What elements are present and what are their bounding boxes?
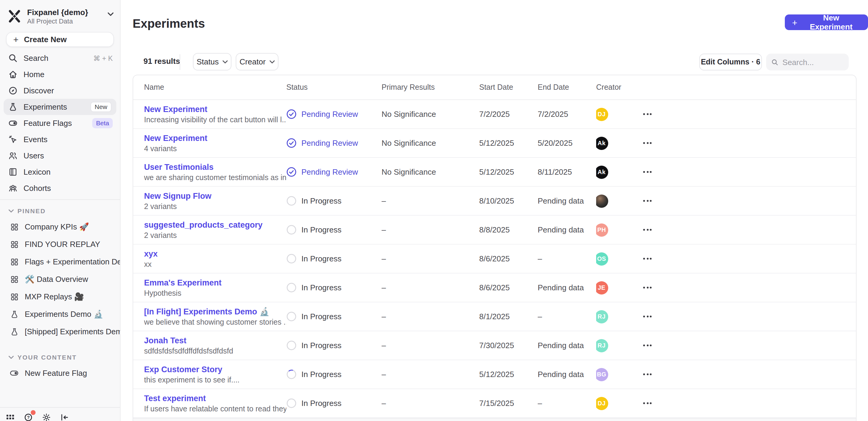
pinned-item-mxp-replays[interactable]: MXP Replays 🎥 [0, 288, 120, 305]
gear-icon[interactable] [41, 412, 51, 421]
sidebar-item-feature-flags[interactable]: Feature Flags Beta [0, 115, 120, 131]
column-header-status[interactable]: Status [286, 83, 381, 92]
sidebar-item-search[interactable]: Search ⌘ + K [0, 50, 120, 66]
end-date: 8/11/2025 [538, 167, 596, 176]
pinned-item-company-kpis[interactable]: Company KPIs 🚀 [0, 218, 120, 235]
experiment-name-link[interactable]: [In Flight] Experiments Demo 🔬 [144, 306, 286, 316]
help-icon[interactable]: ? [24, 412, 33, 421]
experiment-subtitle: we are sharing customer testimonials as … [144, 173, 286, 182]
sidebar-item-users[interactable]: Users [0, 148, 120, 164]
row-actions-button[interactable] [643, 226, 653, 233]
column-header-start-date[interactable]: Start Date [479, 83, 538, 92]
row-actions-button[interactable] [643, 371, 653, 378]
sidebar-item-discover[interactable]: Discover [0, 83, 120, 99]
apps-grid-icon[interactable] [5, 412, 15, 421]
column-header-name[interactable]: Name [144, 83, 286, 92]
edit-columns-button[interactable]: Edit Columns · 6 [699, 54, 762, 70]
experiment-name-link[interactable]: New Experiment [144, 104, 286, 114]
experiment-name-link[interactable]: Emma's Experiment [144, 278, 286, 287]
experiment-name-link[interactable]: Test experiment [144, 394, 286, 402]
experiment-subtitle: Increasing visibility of the cart button… [144, 115, 286, 124]
sidebar-item-home[interactable]: Home [0, 66, 120, 83]
table-row: New ExperimentIncreasing visibility of t… [133, 100, 856, 129]
start-date: 5/12/2025 [479, 167, 538, 176]
table-row: suggested_products_category2 variants In… [133, 216, 856, 245]
row-actions-button[interactable] [643, 342, 653, 349]
in-progress-circle-icon [286, 312, 297, 322]
new-experiment-button[interactable]: + New Experiment [785, 14, 868, 30]
your-content-section-header[interactable]: YOUR CONTENT [0, 349, 120, 364]
pinned-item-shipped-experiments-demo[interactable]: [Shipped] Experiments Demo 🖊️ [0, 323, 120, 340]
creator-avatar-photo[interactable] [596, 194, 608, 207]
row-actions-button[interactable] [643, 400, 653, 407]
experiment-name-link[interactable]: xyx [144, 249, 286, 258]
notification-dot [31, 410, 36, 415]
end-date: 5/20/2025 [538, 138, 596, 148]
sidebar-item-experiments[interactable]: Experiments New [4, 99, 116, 115]
workspace-switcher[interactable]: Fixpanel {demo} All Project Data [0, 0, 120, 25]
column-header-primary-results[interactable]: Primary Results [381, 83, 479, 92]
page-title: Experiments [133, 17, 205, 31]
experiment-name-link[interactable]: New Signup Flow [144, 191, 286, 200]
row-actions-button[interactable] [643, 111, 653, 118]
end-date: Pending data [538, 370, 596, 379]
status-filter-button[interactable]: Status [193, 53, 231, 70]
experiment-name-link[interactable]: New Experiment [144, 133, 286, 142]
end-date: Pending data [538, 341, 596, 350]
status-text: In Progress [301, 341, 341, 350]
column-header-creator[interactable]: Creator [596, 83, 643, 92]
primary-results: – [381, 225, 479, 234]
pinned-item-find-your-replay[interactable]: FIND YOUR REPLAY [0, 235, 120, 253]
status-text: Pending Review [301, 109, 358, 119]
row-actions-button[interactable] [643, 140, 653, 147]
row-actions-button[interactable] [643, 255, 653, 262]
row-actions-button[interactable] [643, 198, 653, 204]
end-date: – [538, 312, 596, 321]
experiment-subtitle: Hypothesis [144, 289, 286, 297]
status-text: In Progress [301, 225, 341, 234]
compass-icon [8, 86, 18, 95]
primary-results: No Significance [381, 167, 479, 176]
sidebar-item-events[interactable]: Events [0, 131, 120, 148]
creator-avatar[interactable]: JE [596, 281, 608, 294]
your-content-item-new-feature-flag[interactable]: New Feature Flag [0, 364, 120, 382]
experiment-name-link[interactable]: User Testimonials [144, 162, 286, 171]
pinned-section-header[interactable]: PINNED [0, 202, 120, 218]
search-input[interactable] [782, 58, 843, 67]
sidebar-footer: ? [0, 407, 120, 421]
status-text: In Progress [301, 283, 341, 292]
collapse-sidebar-icon[interactable] [60, 412, 69, 421]
end-date: 7/2/2025 [538, 109, 596, 119]
row-actions-button[interactable] [643, 313, 653, 320]
sidebar-item-lexicon[interactable]: Lexicon [0, 164, 120, 180]
creator-avatar[interactable]: OS [596, 252, 608, 265]
creator-avatar[interactable]: BG [596, 368, 608, 381]
creator-filter-button[interactable]: Creator [236, 53, 278, 70]
row-actions-button[interactable] [643, 284, 653, 291]
board-icon [10, 240, 19, 249]
row-actions-button[interactable] [643, 169, 653, 175]
pinned-item-flags-experimentation-demo[interactable]: Flags + Experimentation Demo [0, 253, 120, 270]
creator-avatar[interactable]: RJ [596, 339, 608, 352]
creator-avatar[interactable]: RJ [596, 310, 608, 323]
creator-avatar[interactable]: Ak [596, 165, 608, 179]
toolbar-divider [180, 54, 180, 70]
experiment-name-link[interactable]: Jonah Test [144, 336, 286, 345]
table-bottom-strip [133, 418, 856, 421]
pinned-item-data-overview[interactable]: 🛠️ Data Overview [0, 270, 120, 288]
creator-avatar[interactable]: Ak [596, 136, 608, 150]
creator-avatar[interactable]: DJ [596, 107, 608, 121]
board-icon [10, 222, 19, 231]
table-row: Emma's ExperimentHypothesis In Progress … [133, 273, 856, 302]
experiment-name-link[interactable]: Exp Customer Story [144, 365, 286, 374]
sidebar-item-cohorts[interactable]: Cohorts [0, 180, 120, 196]
search-icon [772, 58, 778, 66]
creator-avatar[interactable]: DJ [596, 397, 608, 410]
pinned-item-experiments-demo[interactable]: Experiments Demo 🔬 [0, 305, 120, 323]
column-header-end-date[interactable]: End Date [538, 83, 596, 92]
table-search[interactable] [766, 54, 849, 70]
create-new-button[interactable]: + Create New [6, 32, 114, 47]
experiment-name-link[interactable]: suggested_products_category [144, 220, 286, 229]
creator-avatar[interactable]: PH [596, 223, 608, 236]
chevron-down-icon [107, 12, 114, 17]
